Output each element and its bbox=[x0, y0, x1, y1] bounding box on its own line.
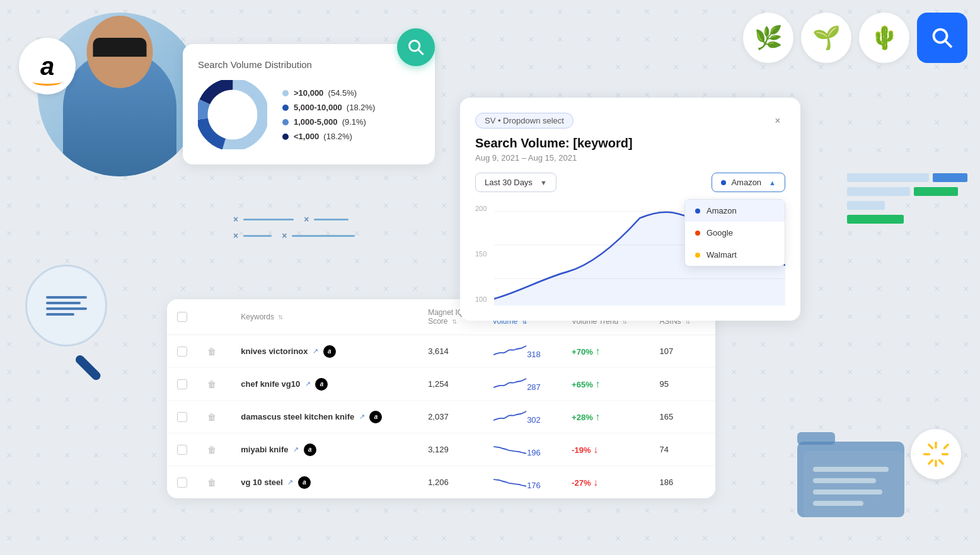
delete-icon[interactable]: 🗑 bbox=[207, 478, 216, 488]
platform-dropdown[interactable]: Amazon ▲ bbox=[712, 173, 785, 192]
svg-rect-25 bbox=[813, 501, 863, 506]
search-button-top[interactable] bbox=[917, 13, 967, 63]
legend-label-4: <1,000 (18.2%) bbox=[294, 132, 352, 141]
platform-dropdown-menu: Amazon Google Walmart bbox=[684, 199, 785, 266]
svg-rect-20 bbox=[797, 432, 835, 445]
bar-segment-4a bbox=[847, 215, 904, 224]
chevron-up-icon: ▲ bbox=[769, 179, 776, 186]
google-dot-menu bbox=[695, 231, 700, 236]
filter-tag-2[interactable]: × bbox=[304, 214, 349, 224]
row-checkbox[interactable] bbox=[177, 445, 187, 455]
amazon-badge: a bbox=[298, 476, 311, 489]
external-link-icon[interactable]: ↗ bbox=[305, 380, 311, 387]
trend-cell: +70% ↑ bbox=[562, 335, 650, 368]
keywords-table-card: Keywords ⇅ Magnet IQScore ⇅ SearchVolume… bbox=[167, 299, 715, 498]
bar-segment-1b bbox=[933, 173, 967, 182]
trend-arrow-icon: ↓ bbox=[593, 477, 598, 488]
keyword-cell: knives victorinox ↗ a bbox=[231, 335, 418, 368]
row-checkbox[interactable] bbox=[177, 412, 187, 422]
trend-arrow-icon: ↓ bbox=[593, 444, 598, 455]
magnifier-icon bbox=[25, 265, 107, 346]
sparkline-icon bbox=[492, 376, 527, 390]
svg-rect-16 bbox=[938, 459, 945, 466]
bar-segment-2b bbox=[914, 187, 958, 196]
y-label-100: 100 bbox=[475, 295, 487, 303]
bar-row-1 bbox=[847, 173, 967, 182]
y-label-150: 150 bbox=[475, 250, 487, 258]
legend-label-2: 5,000-10,000 (18.2%) bbox=[294, 103, 375, 112]
trend-cell: +28% ↑ bbox=[562, 401, 650, 433]
y-label-200: 200 bbox=[475, 205, 487, 212]
external-link-icon[interactable]: ↗ bbox=[313, 347, 318, 355]
bar-segment-2a bbox=[847, 187, 910, 196]
external-link-icon[interactable]: ↗ bbox=[293, 445, 299, 453]
sv-card-title: Search Volume: [keyword] bbox=[475, 136, 785, 151]
legend-dot-4 bbox=[282, 134, 289, 140]
svg-rect-23 bbox=[813, 478, 876, 483]
search-volume-cell: 196 bbox=[482, 433, 562, 466]
search-volume-value: 318 bbox=[527, 350, 541, 359]
sv-controls: Last 30 Days ▼ Amazon ▲ Amazon Google Wa… bbox=[475, 173, 785, 192]
legend-label-1: >10,000 (54.5%) bbox=[294, 88, 357, 98]
svg-rect-17 bbox=[943, 443, 950, 450]
th-keywords[interactable]: Keywords ⇅ bbox=[231, 299, 418, 335]
dropdown-item-amazon[interactable]: Amazon bbox=[685, 200, 785, 222]
svg-rect-14 bbox=[942, 453, 948, 455]
delete-icon[interactable]: 🗑 bbox=[207, 412, 216, 422]
sponsored-asins-cell: 95 bbox=[650, 368, 715, 401]
keyword-cell: damascus steel kitchen knife ↗ a bbox=[231, 401, 418, 433]
delete-icon[interactable]: 🗑 bbox=[207, 379, 216, 389]
folder-widget bbox=[791, 416, 917, 530]
external-link-icon[interactable]: ↗ bbox=[287, 478, 293, 486]
amazon-dot bbox=[721, 180, 726, 185]
dropdown-label-walmart: Walmart bbox=[706, 250, 737, 260]
th-checkbox bbox=[167, 299, 197, 335]
delete-icon[interactable]: 🗑 bbox=[207, 346, 216, 357]
filter-tag-3[interactable]: × bbox=[233, 231, 272, 241]
svg-rect-13 bbox=[923, 453, 930, 455]
dropdown-item-walmart[interactable]: Walmart bbox=[685, 244, 785, 266]
svg-rect-22 bbox=[813, 467, 889, 472]
keyword-cell: chef knife vg10 ↗ a bbox=[231, 368, 418, 401]
amazon-dot-menu bbox=[695, 209, 700, 214]
magnet-iq-cell: 3,614 bbox=[418, 335, 482, 368]
bar-segment-1a bbox=[847, 173, 929, 182]
legend-dot-2 bbox=[282, 105, 289, 111]
top-bar: 🌿 🌱 🌵 bbox=[743, 13, 967, 63]
search-volume-value: 176 bbox=[527, 481, 541, 490]
amazon-badge: a bbox=[369, 411, 382, 423]
bar-row-3 bbox=[847, 201, 967, 210]
person-avatar bbox=[38, 13, 202, 176]
sparkline-icon bbox=[492, 474, 527, 488]
table-row: 🗑knives victorinox ↗ a3,614318+70% ↑107 bbox=[167, 335, 715, 368]
filter-tag-1[interactable]: × bbox=[233, 214, 294, 224]
svd-legend: >10,000 (54.5%) 5,000-10,000 (18.2%) 1,0… bbox=[282, 88, 375, 141]
sparkline-icon bbox=[492, 409, 527, 423]
dropdown-item-google[interactable]: Google bbox=[685, 222, 785, 244]
svg-point-6 bbox=[410, 41, 420, 51]
time-range-dropdown[interactable]: Last 30 Days ▼ bbox=[475, 173, 556, 192]
delete-icon[interactable]: 🗑 bbox=[207, 445, 216, 455]
sponsored-asins-cell: 74 bbox=[650, 433, 715, 466]
bar-row-4 bbox=[847, 215, 967, 224]
sparkline-icon bbox=[492, 343, 527, 357]
search-volume-cell: 287 bbox=[482, 368, 562, 401]
row-checkbox[interactable] bbox=[177, 379, 187, 389]
external-link-icon[interactable]: ↗ bbox=[359, 413, 365, 420]
magnet-iq-cell: 2,037 bbox=[418, 401, 482, 433]
row-checkbox[interactable] bbox=[177, 346, 187, 357]
row-checkbox[interactable] bbox=[177, 478, 187, 488]
th-delete bbox=[197, 299, 231, 335]
close-button[interactable]: × bbox=[770, 113, 785, 129]
plant-icon-2: 🌱 bbox=[801, 13, 851, 63]
walmart-badge bbox=[911, 429, 961, 479]
svg-rect-11 bbox=[935, 442, 937, 449]
search-circle-button[interactable] bbox=[397, 28, 435, 66]
svd-card: Search Volume Distribution >10,000 (54.5… bbox=[183, 44, 435, 164]
legend-dot-3 bbox=[282, 119, 289, 125]
keywords-table: Keywords ⇅ Magnet IQScore ⇅ SearchVolume… bbox=[167, 299, 715, 498]
filter-tag-4[interactable]: × bbox=[282, 231, 355, 241]
trend-cell: -19% ↓ bbox=[562, 433, 650, 466]
header-checkbox[interactable] bbox=[177, 312, 187, 322]
chevron-down-icon: ▼ bbox=[540, 179, 547, 186]
